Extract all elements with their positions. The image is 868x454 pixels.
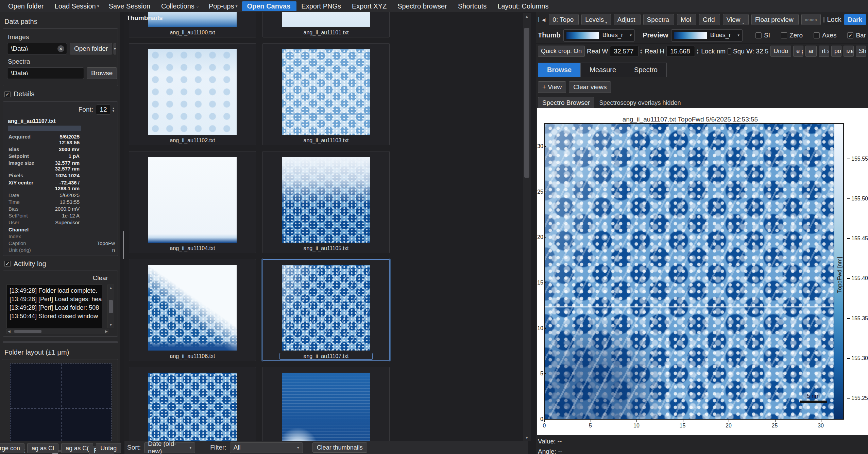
thumbnail-cell[interactable]: ang_ii_au11103.txt bbox=[262, 43, 390, 145]
scroll-right-icon[interactable]: ▶ bbox=[105, 329, 108, 333]
toolbar-button[interactable]: Float preview bbox=[751, 14, 799, 25]
real-h-input[interactable] bbox=[666, 46, 695, 57]
menu-item[interactable]: Pop-ups ▾ bbox=[204, 1, 242, 11]
thumbnail-image[interactable] bbox=[148, 265, 237, 351]
thumbnail-image[interactable] bbox=[148, 373, 237, 441]
thumbnail-image[interactable] bbox=[282, 157, 370, 243]
checkbox[interactable]: ✓ bbox=[847, 32, 853, 38]
thumbnail-image[interactable] bbox=[282, 265, 370, 351]
open-folder-button[interactable]: Open folder bbox=[70, 43, 112, 54]
scroll-up-icon[interactable]: ▲ bbox=[525, 13, 529, 20]
checkbox[interactable] bbox=[814, 32, 820, 38]
menu-item[interactable]: Export PNGs bbox=[296, 1, 347, 11]
details-checkbox[interactable]: ✓ bbox=[4, 91, 11, 97]
toolbar-button[interactable]: Mol bbox=[677, 14, 696, 25]
lock-checkbox[interactable] bbox=[823, 17, 824, 23]
log-vertical-scrollbar[interactable]: ▲ ▼ bbox=[107, 285, 114, 328]
toolbar-button[interactable]: Levels ▾ bbox=[581, 14, 611, 25]
scroll-down-icon[interactable]: ▼ bbox=[525, 434, 529, 441]
thumbnail-cell[interactable]: ang_ii_au11107.txt bbox=[262, 259, 390, 361]
chain-button[interactable]: ooooo bbox=[801, 14, 821, 25]
clipped-toolbar-button[interactable]: pop-c bbox=[831, 46, 841, 57]
mode-tab[interactable]: Browse bbox=[538, 63, 581, 77]
log-hscroll-thumb[interactable] bbox=[14, 330, 41, 333]
scroll-up-icon[interactable]: ▲ bbox=[109, 285, 113, 291]
sidebar-scrollbar-thumb[interactable] bbox=[123, 231, 124, 259]
tag-button[interactable]: ag as C( bbox=[61, 443, 93, 453]
clipped-toolbar-button[interactable]: ize po bbox=[844, 46, 854, 57]
log-horizontal-scrollbar[interactable]: ◀ ▶ bbox=[6, 329, 109, 334]
quick-crop-toggle[interactable]: Quick crop: On bbox=[538, 46, 585, 57]
clear-thumbnails-button[interactable]: Clear thumbnails bbox=[312, 442, 367, 453]
thumbnail-cell[interactable]: ang_ii_au11101.txt bbox=[262, 12, 390, 37]
tag-button[interactable]: Untag bbox=[96, 443, 121, 453]
clipped-toolbar-button[interactable]: rt sele bbox=[819, 46, 829, 57]
real-h-spinner[interactable]: ▲▼ bbox=[666, 46, 699, 57]
log-vscroll-thumb[interactable] bbox=[109, 300, 113, 313]
menu-item[interactable]: Spectro browser bbox=[393, 1, 453, 11]
menu-item[interactable]: Export XYZ bbox=[347, 1, 393, 11]
spectra-path-input[interactable] bbox=[7, 67, 84, 79]
thumbnail-image[interactable] bbox=[282, 12, 370, 27]
spinner-arrows-icon[interactable]: ▲▼ bbox=[640, 49, 643, 54]
tag-button[interactable]: ag as Cl bbox=[27, 443, 58, 453]
thumbnail-cell[interactable]: ang_ii_au11105.txt bbox=[262, 151, 390, 253]
thumbnail-image[interactable] bbox=[282, 49, 370, 135]
menu-item[interactable]: Collections ⌄ bbox=[156, 1, 204, 11]
clipped-toolbar-button[interactable]: ar histo bbox=[805, 46, 817, 57]
activity-log-list[interactable]: [13:49:28] Folder load complete.[13:49:2… bbox=[6, 285, 102, 328]
font-size-input[interactable] bbox=[96, 104, 111, 115]
browse-button[interactable]: Browse bbox=[87, 67, 117, 79]
thumb-cmap-select[interactable]: Blues_r ▾ bbox=[563, 29, 635, 42]
sort-dropdown[interactable]: Date (old-new) ▾ bbox=[144, 442, 195, 453]
toolbar-button[interactable]: 0: Topo bbox=[549, 14, 579, 25]
spinner-arrows-icon[interactable]: ▲▼ bbox=[112, 107, 115, 112]
scroll-left-icon[interactable]: ◀ bbox=[8, 329, 11, 333]
spinner-arrows-icon[interactable]: ▲▼ bbox=[696, 49, 699, 54]
thumbnail-cell[interactable]: ang_ii_au11109.txt bbox=[262, 367, 390, 441]
dark-mode-button[interactable]: Dark bbox=[844, 14, 866, 25]
folder-layout-map[interactable] bbox=[10, 363, 112, 441]
tag-button[interactable]: rge con bbox=[0, 443, 24, 453]
scroll-down-icon[interactable]: ▼ bbox=[109, 322, 113, 328]
stm-image-plot[interactable]: 5 nm bbox=[544, 123, 843, 420]
menu-item[interactable]: Open Canvas bbox=[242, 1, 296, 11]
prev-channel-icon[interactable]: ◀ bbox=[541, 17, 546, 22]
menu-item[interactable]: Layout: Columns bbox=[493, 1, 555, 11]
undo-button[interactable]: Undo bbox=[770, 46, 791, 57]
preview-cmap-select[interactable]: Blues_r ▾ bbox=[671, 29, 743, 42]
menu-item[interactable]: Shortcuts bbox=[453, 1, 493, 11]
toolbar-button[interactable]: View ⌄ bbox=[723, 14, 749, 25]
clear-views-button[interactable]: Clear views bbox=[569, 81, 611, 93]
thumbnails-scrollbar[interactable]: ▲ ▼ bbox=[523, 13, 531, 441]
font-size-spinner[interactable]: ▲▼ bbox=[96, 104, 115, 115]
menu-item[interactable]: Open folder bbox=[3, 1, 50, 11]
checkbox[interactable] bbox=[755, 32, 762, 38]
real-w-spinner[interactable]: ▲▼ bbox=[610, 46, 643, 57]
open-folder-caret-icon[interactable]: ▾ bbox=[114, 43, 116, 54]
thumbnail-image[interactable] bbox=[282, 373, 370, 441]
mode-tab[interactable]: Spectro bbox=[625, 63, 667, 77]
thumbnail-image[interactable] bbox=[148, 157, 237, 243]
spectro-browser-button[interactable]: Spectro Browser bbox=[538, 97, 594, 109]
lock-nm-checkbox[interactable] bbox=[728, 48, 731, 54]
thumbnail-cell[interactable]: ang_ii_au11102.txt bbox=[129, 43, 256, 145]
checkbox[interactable] bbox=[781, 32, 787, 38]
add-view-button[interactable]: + View bbox=[538, 81, 566, 93]
toolbar-button[interactable]: Grid bbox=[699, 14, 720, 25]
mode-tab[interactable]: Measure bbox=[581, 63, 625, 77]
clear-path-icon[interactable]: ✕ bbox=[57, 45, 64, 52]
clipped-toolbar-button[interactable]: e pop bbox=[793, 46, 803, 57]
toolbar-button[interactable]: Adjust bbox=[614, 14, 641, 25]
thumbnail-cell[interactable]: ang_ii_au11106.txt bbox=[129, 259, 256, 361]
thumbnail-image[interactable] bbox=[148, 49, 237, 135]
toolbar-button[interactable]: Spectra bbox=[643, 14, 674, 25]
real-w-input[interactable] bbox=[610, 46, 639, 57]
thumbnail-cell[interactable]: ang_ii_au11108.txt bbox=[129, 367, 256, 441]
clear-log-button[interactable]: Clear bbox=[93, 274, 108, 282]
filter-dropdown[interactable]: All ▾ bbox=[230, 442, 303, 453]
thumbnail-cell[interactable]: ang_ii_au11104.txt bbox=[129, 151, 256, 253]
clipped-toolbar-button[interactable]: Shift+ bbox=[856, 46, 866, 57]
thumbnails-scroll-thumb[interactable] bbox=[524, 28, 529, 178]
thumbnails-viewport[interactable]: ang_ii_au11100.txt ang_ii_au11101.txt an… bbox=[124, 12, 522, 441]
